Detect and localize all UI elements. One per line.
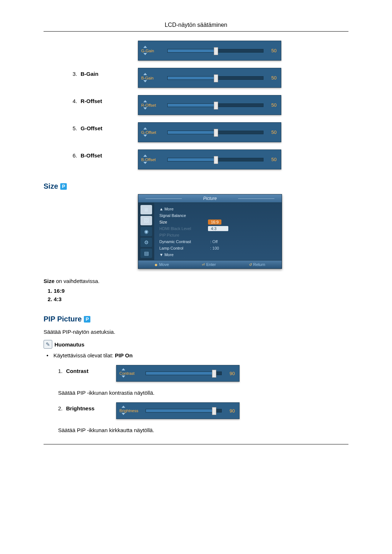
r-offset-label: R-Offset [81,98,102,104]
size-option-43: 4:3 [54,296,348,302]
p-badge-icon: P [84,316,90,323]
arrow-up-icon [143,155,147,157]
note-icon: ✎ [44,340,52,349]
b-offset-slider[interactable]: B-Offset 50 [138,149,281,169]
list-num: 4. [73,98,81,104]
divider [44,444,348,444]
svg-marker-13 [122,413,125,415]
arrow-up-icon [143,73,147,75]
arrow-down-icon [143,80,147,82]
arrow-down-icon [122,413,125,415]
svg-marker-7 [143,135,147,137]
osd-footer: ◆Move ⏎Enter ↺Return [138,260,282,268]
osd-title: Picture [138,194,282,203]
slider-value: 50 [267,102,277,108]
slider-label: G-Offset [141,130,156,135]
slider-label: G-Gain [141,49,154,53]
osd-item-lamp-control[interactable]: Lamp Control: 100 [159,245,278,251]
osd-item-pip-picture: PIP Picture [159,232,278,238]
slider-value: 50 [267,130,277,135]
slider-value: 90 [225,408,235,414]
slider-label: B-Offset [141,157,156,162]
svg-marker-5 [143,107,147,110]
r-offset-slider[interactable]: R-Offset 50 [138,95,281,115]
svg-marker-3 [143,80,147,82]
list-num: 1. [58,368,66,374]
osd-footer-move: ◆Move [155,262,169,267]
brightness-desc: Säätää PIP -ikkunan kirkkautta näytöllä. [44,427,348,433]
svg-marker-11 [122,376,125,378]
svg-marker-6 [143,127,147,130]
slider-value: 50 [267,157,277,162]
page-title: LCD-näytön säätäminen [44,22,348,28]
svg-marker-0 [143,46,147,48]
osd-item-signal-balance[interactable]: Signal Balance [159,212,278,219]
osd-picture-menu: Picture 🖥 🖼 ◉ ⚙ ▤ ▲ More Signal Balance … [138,194,282,269]
note-label: Huomautus [54,341,85,348]
osd-item-more-down[interactable]: ▼ More [159,251,278,258]
arrow-down-icon [143,162,147,164]
arrow-up-icon [143,100,147,102]
p-badge-icon: P [60,183,67,190]
b-offset-label: B-Offset [81,152,102,159]
g-offset-label: G-Offset [81,125,102,131]
osd-sidebar: 🖥 🖼 ◉ ⚙ ▤ [138,203,154,260]
osd-side-icon-sound[interactable]: ◉ [140,227,152,236]
arrow-down-icon [143,135,147,137]
contrast-label: Contrast [66,368,89,374]
arrow-down-icon [143,53,147,55]
osd-side-icon-setup[interactable]: ⚙ [140,238,152,247]
arrow-up-icon [143,127,147,130]
arrow-up-icon [122,368,125,370]
divider [44,31,348,32]
size-heading: Size P [44,182,348,190]
brightness-slider[interactable]: Brightness 90 [116,402,240,419]
osd-side-icon-multi[interactable]: ▤ [140,249,152,258]
pip-desc: Säätää PIP-näytön asetuksia. [44,329,348,335]
arrow-up-icon [122,406,125,408]
slider-value: 50 [267,75,277,81]
slider-label: B-Gain [141,76,154,80]
list-num: 6. [73,152,81,159]
svg-marker-8 [143,155,147,157]
list-num: 3. [73,71,81,77]
svg-marker-1 [143,53,147,55]
pip-mode-note: Käytettävissä olevat tilat: PIP On [46,352,348,358]
b-gain-slider[interactable]: B-Gain 50 [138,68,281,88]
arrow-down-icon [143,107,147,110]
slider-value: 90 [225,371,235,376]
svg-marker-4 [143,100,147,102]
size-desc: Size on vaihdettavissa. [44,278,348,284]
osd-side-icon-input[interactable]: 🖥 [140,205,152,214]
slider-label: R-Offset [141,103,156,107]
osd-footer-return: ↺Return [249,262,265,267]
g-offset-slider[interactable]: G-Offset 50 [138,122,281,142]
pip-picture-heading: PIP Picture P [44,315,348,323]
b-gain-label: B-Gain [81,71,98,77]
osd-item-more-up[interactable]: ▲ More [159,206,278,212]
svg-marker-9 [143,162,147,164]
osd-item-size[interactable]: Size16:9 [159,219,278,225]
brightness-label: Brightness [66,405,94,411]
svg-marker-10 [122,368,125,370]
osd-footer-enter: ⏎Enter [202,262,216,267]
osd-item-dynamic-contrast[interactable]: Dynamic Contrast: Off [159,238,278,245]
slider-value: 50 [267,48,277,53]
svg-marker-12 [122,406,125,408]
arrow-down-icon [122,376,125,378]
contrast-desc: Säätää PIP -ikkunan kontrastia näytöllä. [44,390,348,396]
slider-label: Brightness [119,409,138,413]
contrast-slider[interactable]: Contrast 90 [116,365,240,382]
slider-label: Contrast [119,371,135,376]
svg-marker-2 [143,73,147,75]
list-num: 5. [73,125,81,131]
size-option-169: 16:9 [54,288,348,294]
osd-item-hdmi-black-level: HDMI Black Level4:3 [159,225,278,232]
g-gain-slider[interactable]: G-Gain 50 [138,41,281,61]
osd-side-icon-picture[interactable]: 🖼 [140,216,152,225]
list-num: 2. [58,405,66,411]
arrow-up-icon [143,46,147,48]
